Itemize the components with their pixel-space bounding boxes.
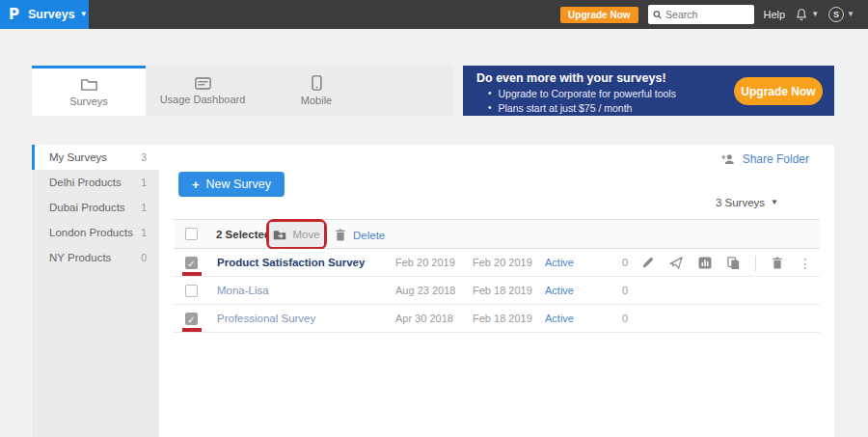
surveys-panel: Share Folder + New Survey 3 Surveys ▼ 2 … (159, 145, 834, 437)
status-link[interactable]: Active (545, 277, 574, 305)
account-menu[interactable]: S ▼ (828, 7, 854, 22)
created-date: Aug 23 2018 (395, 277, 455, 305)
dashboard-icon (195, 77, 211, 90)
chevron-down-icon: ▼ (771, 199, 778, 206)
new-survey-button[interactable]: + New Survey (178, 172, 285, 197)
sidebar-item-delhi-products[interactable]: Delhi Products1 (32, 170, 159, 195)
table-row[interactable]: Mona-Lisa Aug 23 2018 Feb 18 2019 Active… (174, 277, 820, 305)
surveys-table: 2 Selected Move Delete ✓ Product Satisfa… (174, 219, 820, 333)
search-input[interactable] (665, 9, 748, 20)
modified-date: Feb 20 2019 (473, 249, 532, 277)
tab-mobile-label: Mobile (301, 95, 332, 106)
survey-title-link[interactable]: Mona-Lisa (217, 277, 269, 305)
mobile-icon (312, 75, 322, 91)
surveys-count-dropdown[interactable]: 3 Surveys ▼ (716, 197, 778, 208)
share-folder-link[interactable]: Share Folder (721, 152, 809, 166)
view-tabs: Surveys Usage Dashboard Mobile (32, 66, 453, 116)
bulk-actions-row: 2 Selected Move Delete (174, 219, 820, 249)
responses-count: 0 (622, 305, 628, 333)
duplicate-button[interactable] (727, 257, 740, 270)
brand-area[interactable]: P Surveys ▼ (0, 0, 89, 29)
chevron-down-icon: ▼ (847, 11, 854, 18)
send-button[interactable] (669, 257, 683, 269)
upgrade-now-topbar-button[interactable]: Upgrade Now (560, 7, 637, 23)
folder-count: 1 (141, 177, 147, 188)
responses-count: 0 (622, 277, 628, 305)
surveys-app-menu-label: Surveys (28, 8, 75, 21)
divider (755, 256, 756, 271)
folder-count: 3 (141, 151, 147, 163)
trash-icon (772, 257, 783, 269)
tab-surveys[interactable]: Surveys (32, 66, 146, 116)
surveys-app-menu[interactable]: Surveys ▼ (28, 8, 88, 21)
move-label: Move (292, 229, 319, 240)
share-folder-label: Share Folder (743, 152, 809, 166)
bullet-icon: • (488, 101, 492, 116)
survey-title-link[interactable]: Product Satisfaction Survey (217, 249, 365, 277)
row-checkbox[interactable] (185, 285, 198, 297)
proprofs-logo-icon: P (9, 6, 19, 23)
tab-mobile[interactable]: Mobile (259, 66, 373, 116)
search-box[interactable] (648, 5, 754, 24)
search-icon (653, 10, 663, 20)
copy-icon (727, 257, 740, 270)
table-row[interactable]: ✓ Product Satisfaction Survey Feb 20 201… (174, 249, 820, 277)
move-button[interactable]: Move (269, 222, 324, 247)
row-actions: ⋮ (641, 249, 812, 277)
tab-surveys-label: Surveys (69, 96, 108, 107)
tab-usage-dashboard-label: Usage Dashboard (160, 94, 246, 105)
chevron-down-icon: ▼ (80, 11, 88, 18)
more-options-button[interactable]: ⋮ (799, 257, 812, 270)
trash-icon (335, 229, 346, 241)
created-date: Feb 20 2019 (395, 249, 455, 277)
folder-count: 1 (141, 202, 147, 213)
sidebar-item-ny-products[interactable]: NY Products0 (32, 245, 159, 270)
row-checkbox-checked[interactable]: ✓ (185, 313, 198, 325)
table-row[interactable]: ✓ Professional Survey Apr 30 2018 Feb 18… (174, 305, 820, 333)
bell-icon (795, 8, 808, 21)
sidebar-item-london-products[interactable]: London Products1 (32, 220, 159, 245)
folder-icon (81, 78, 97, 92)
move-to-folder-icon (273, 230, 286, 240)
modified-date: Feb 18 2019 (473, 277, 532, 305)
new-survey-label: New Survey (206, 178, 271, 191)
plus-icon: + (192, 178, 200, 192)
status-link[interactable]: Active (545, 249, 574, 277)
reports-button[interactable] (698, 257, 712, 269)
folder-count: 1 (141, 227, 147, 238)
delete-button[interactable]: Delete (335, 220, 385, 250)
top-bar: P Surveys ▼ Upgrade Now Help ▼ S ▼ (0, 0, 868, 29)
survey-title-link[interactable]: Professional Survey (217, 305, 315, 333)
notifications-menu[interactable]: ▼ (795, 8, 819, 21)
pencil-icon (641, 257, 654, 269)
row-checkbox-checked[interactable]: ✓ (185, 257, 198, 269)
upgrade-banner: Do even more with your surveys! •Upgrade… (463, 66, 834, 116)
annotation-checkbox-underline (182, 272, 202, 276)
edit-button[interactable] (641, 257, 654, 269)
help-link[interactable]: Help (764, 9, 786, 20)
folder-count: 0 (141, 252, 147, 263)
bullet-icon: • (488, 87, 492, 101)
paper-plane-icon (669, 257, 683, 269)
created-date: Apr 30 2018 (395, 305, 453, 333)
status-link[interactable]: Active (545, 305, 574, 333)
select-all-checkbox[interactable] (185, 228, 198, 240)
share-person-icon (721, 153, 736, 165)
delete-row-button[interactable] (772, 257, 783, 269)
chevron-down-icon: ▼ (811, 11, 819, 18)
delete-label: Delete (353, 230, 385, 241)
selected-count-label: 2 Selected (216, 220, 271, 250)
sidebar-item-my-surveys[interactable]: My Surveys3 (32, 145, 159, 170)
avatar: S (828, 7, 844, 22)
bar-chart-icon (698, 257, 712, 269)
folders-sidebar: My Surveys3 Delhi Products1 Dubai Produc… (32, 145, 159, 437)
annotation-move-highlight: Move (266, 219, 327, 250)
responses-count: 0 (622, 249, 628, 277)
annotation-checkbox-underline (182, 328, 202, 332)
modified-date: Feb 18 2019 (473, 305, 532, 333)
sidebar-item-dubai-products[interactable]: Dubai Products1 (32, 195, 159, 220)
upgrade-now-banner-button[interactable]: Upgrade Now (734, 77, 823, 105)
tab-usage-dashboard[interactable]: Usage Dashboard (146, 66, 259, 116)
